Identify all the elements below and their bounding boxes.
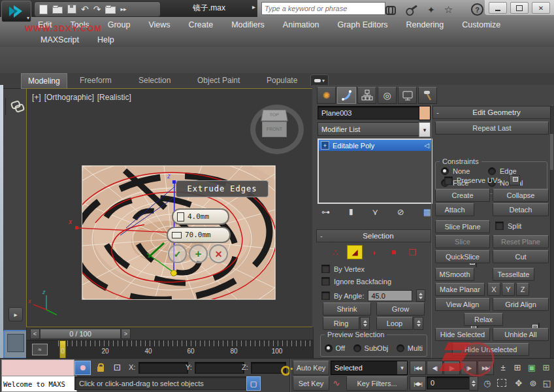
viewport-shading-menu[interactable]: [Realistic] [97,93,131,102]
project-folder-icon[interactable] [105,7,116,14]
default-tangent-icon[interactable]: ∿ [331,376,342,389]
ignore-backfacing-checkbox[interactable] [321,277,330,286]
caddy-width-field[interactable]: 70.0mm [167,227,231,243]
preview-off-radio[interactable] [325,344,333,352]
caddy-height-value[interactable]: 4.0mm [187,212,209,221]
zoom-extents-all-icon[interactable]: ⊞ [540,361,553,374]
ring-button[interactable]: Ring [323,317,359,330]
viewport-layout-tab[interactable] [3,330,28,359]
polygon-subobject-button[interactable]: ■ [386,246,400,259]
planar-x-button[interactable]: X [487,283,500,296]
previous-frame-nub[interactable]: < [30,329,40,339]
undo-icon[interactable]: ↶ [81,4,89,14]
viewcube[interactable]: TOP FRONT [262,108,287,137]
tab-object-paint[interactable]: Object Paint [191,73,246,88]
caddy-height-field[interactable]: 4.0mm [172,208,229,225]
next-frame-nub[interactable]: > [121,329,131,339]
communication-center-icon[interactable]: ✦ [427,5,435,15]
ring-spinner[interactable] [360,317,370,330]
menu-help[interactable]: Help [88,35,123,44]
new-scene-icon[interactable] [39,5,48,14]
menu-customize[interactable]: Customize [453,20,510,29]
relax-button[interactable]: Relax [464,313,503,326]
caddy-ok-button[interactable]: ✓ [168,244,187,263]
current-frame-field[interactable]: 0 [427,376,475,389]
constraint-none-radio[interactable] [441,167,449,175]
zoom-all-icon[interactable]: ⊞ [511,361,524,374]
search-input[interactable] [261,2,385,15]
zoom-extents-icon[interactable]: ▣ [525,361,538,374]
by-vertex-checkbox[interactable] [321,265,330,273]
title-flyout-icon[interactable]: ▸ [252,3,255,10]
viewport-general-menu[interactable]: [+] [32,93,41,102]
go-to-start-button[interactable]: |◀◀ [410,361,426,375]
selection-rollout-header[interactable]: - Selection [316,229,431,242]
tab-motion[interactable]: ◎ [378,87,397,104]
menu-views[interactable]: Views [139,20,179,29]
make-unique-icon[interactable]: ⋎ [372,207,378,217]
menu-animation[interactable]: Animation [274,20,329,29]
frame-spinner[interactable] [469,376,478,391]
menu-graph-editors[interactable]: Graph Editors [328,20,397,29]
maximize-viewport-toggle[interactable]: ◱ [540,376,553,389]
view-align-button[interactable]: View Align [435,298,490,311]
detach-button[interactable]: Detach [493,203,549,216]
selection-set-dropdown[interactable]: Selected ▾ [331,361,408,375]
track-bar[interactable]: ≈ 0 20 40 60 80 100 [26,340,314,359]
hide-unselected-button[interactable]: Hide Unselected [452,343,529,356]
redo-icon[interactable]: ↷ [93,4,101,14]
viewport-pov-menu[interactable]: [Orthographic] [44,93,94,102]
selection-region-icon[interactable] [495,376,508,389]
next-frame-button[interactable]: ||▶ [461,361,477,375]
trackbar-ruler[interactable]: 0 20 40 60 80 100 [58,340,312,358]
tab-modify[interactable] [337,87,356,104]
tab-display[interactable] [398,87,417,104]
unhide-all-button[interactable]: Unhide All [493,328,549,341]
previous-frame-button[interactable]: ◀|| [427,361,443,375]
collapse-button[interactable]: Collapse [493,189,549,202]
modifier-stack[interactable]: + Editable Poly ◁ [318,139,432,204]
tab-modeling[interactable]: Modeling [21,73,67,89]
modifier-list-arrow[interactable]: ▾ [419,122,431,137]
object-name-field[interactable]: Plane003 [318,106,423,120]
remove-modifier-icon[interactable]: ⊘ [397,207,404,217]
time-slider-handle[interactable]: 0 / 100 [40,329,121,339]
create-button[interactable]: Create [435,189,490,202]
by-angle-field[interactable]: 45.0 [368,290,412,301]
preserve-uvs-checkbox[interactable] [444,176,453,185]
loop-spinner[interactable] [414,317,423,330]
selection-lock-toggle[interactable] [93,361,108,374]
isolate-selection-toggle[interactable] [74,361,91,375]
by-angle-spinner[interactable] [416,289,425,302]
y-coordinate-field[interactable] [195,362,244,374]
loop-button[interactable]: Loop [376,317,413,330]
menu-rendering[interactable]: Rendering [397,20,453,29]
application-menu-button[interactable]: ▾ [1,1,31,22]
attach-button[interactable]: Attach [435,203,474,216]
quickslice-button[interactable]: QuickSlice [435,250,490,263]
border-subobject-button[interactable]: ◗ [367,246,382,259]
split-checkbox[interactable] [495,221,504,230]
zoom-icon[interactable]: ± [497,361,510,374]
constraint-edge-radio[interactable] [488,167,496,175]
caddy-width-value[interactable]: 70.0mm [185,231,211,239]
tab-utilities[interactable] [418,87,437,104]
tessellate-button[interactable]: Tessellate [493,268,534,281]
configure-modifier-sets-icon[interactable]: ▦ [423,207,431,217]
make-planar-button[interactable]: Make Planar [435,283,485,296]
orbit-icon[interactable]: ⊚ [527,376,540,389]
slice-button[interactable]: Slice [435,235,490,248]
planar-y-button[interactable]: Y [502,283,515,296]
key-mode-toggle[interactable]: |◀▶| [410,376,426,391]
viewcube-front-face[interactable]: FRONT [262,122,287,137]
menu-modifiers[interactable]: Modifiers [222,20,274,29]
maxscript-mini-listener[interactable]: Welcome to MAXS [1,376,77,392]
cut-button[interactable]: Cut [493,250,549,263]
tab-populate[interactable]: Populate [260,73,304,88]
search-icon[interactable] [385,6,396,13]
x-coordinate-field[interactable] [138,362,188,374]
element-subobject-button[interactable]: ❒ [405,246,419,259]
adaptive-degradation-toggle[interactable]: ▢ [246,376,261,391]
hide-selected-button[interactable]: Hide Selected [435,328,490,341]
modifier-list-dropdown[interactable]: Modifier List [318,122,423,136]
